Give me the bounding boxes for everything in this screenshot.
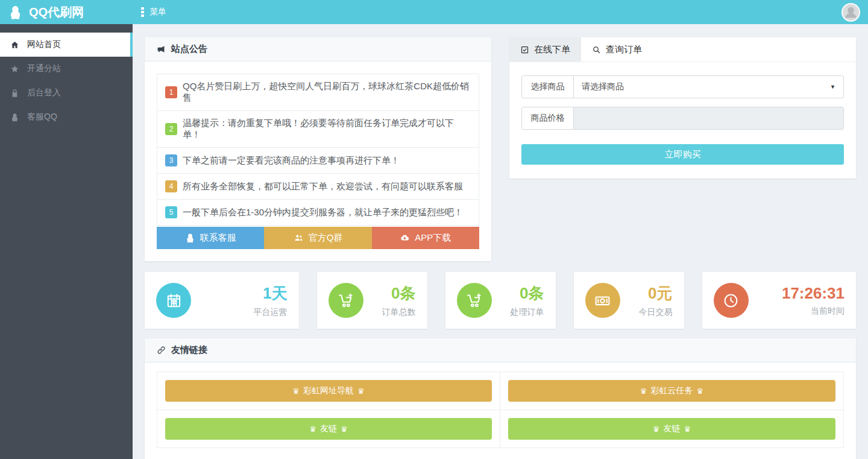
sidebar-item-support-qq[interactable]: 客服QQ xyxy=(0,105,133,129)
notice-item: 5 一般下单后会在1-30分钟内提交到服务器，就让单子来的更猛烈些吧！ xyxy=(157,200,479,225)
stat-value: 0条 xyxy=(382,283,416,304)
notice-item: 2 温馨提示：请勿重复下单哦！必须要等待前面任务订单完成才可以下单！ xyxy=(157,111,479,148)
users-icon xyxy=(294,233,304,243)
price-input[interactable] xyxy=(574,107,843,129)
price-label: 商品价格 xyxy=(522,107,574,129)
link-icon xyxy=(157,346,166,355)
qq-icon xyxy=(185,233,195,243)
user-silhouette-icon xyxy=(843,4,859,21)
order-tabs: 在线下单 查询订单 xyxy=(509,37,856,62)
sidebar-item-home[interactable]: 网站首页 xyxy=(0,33,133,57)
link-cell: 友链 xyxy=(157,410,500,448)
stat-value: 0条 xyxy=(511,283,544,304)
main-content: 站点公告 1 QQ名片赞日刷上万，超快空间人气日刷百万，球球冰红茶CDK超低价销… xyxy=(133,24,868,459)
menu-button[interactable]: 菜单 xyxy=(133,0,166,24)
notice-list: 1 QQ名片赞日刷上万，超快空间人气日刷百万，球球冰红茶CDK超低价销售 2 温… xyxy=(157,74,479,226)
stat-label: 当前时间 xyxy=(782,306,844,317)
stat-label: 今日交易 xyxy=(639,307,673,318)
app-download-button[interactable]: APP下载 xyxy=(372,227,479,249)
link-button-rainbow-nav[interactable]: 彩虹网址导航 xyxy=(165,380,492,402)
crown-icon xyxy=(684,424,691,434)
check-square-icon xyxy=(520,45,529,54)
notice-badge: 4 xyxy=(165,180,177,192)
link-button-rainbow-cloud-task[interactable]: 彩虹云任务 xyxy=(508,380,835,402)
friend-links-title: 友情链接 xyxy=(171,344,207,356)
clock-icon xyxy=(722,292,740,309)
price-group: 商品价格 xyxy=(521,107,844,130)
sidebar-item-substation[interactable]: 开通分站 xyxy=(0,57,133,81)
sidebar: 网站首页 开通分站 后台登入 客服QQ xyxy=(0,24,133,459)
notice-text: 一般下单后会在1-30分钟内提交到服务器，就让单子来的更猛烈些吧！ xyxy=(183,207,463,218)
search-icon xyxy=(592,45,601,54)
stat-card-total-orders: 0条 订单总数 xyxy=(317,272,427,329)
product-select-label: 选择商品 xyxy=(522,76,574,98)
link-cell: 彩虹网址导航 xyxy=(157,372,500,410)
announcement-actions: 联系客服 官方Q群 APP下载 xyxy=(157,227,479,249)
sidebar-item-label: 客服QQ xyxy=(27,112,57,122)
friend-links-header: 友情链接 xyxy=(145,338,856,362)
crown-icon xyxy=(640,386,647,396)
menu-icon xyxy=(141,7,144,17)
button-label: APP下载 xyxy=(415,232,451,244)
contact-support-button[interactable]: 联系客服 xyxy=(157,227,264,249)
notice-text: 所有业务全部恢复，都可以正常下单，欢迎尝试，有问题可以联系客服 xyxy=(183,181,463,192)
notice-badge: 1 xyxy=(165,86,177,98)
crown-icon xyxy=(697,386,704,396)
notice-badge: 2 xyxy=(165,123,177,135)
stat-card-processing-orders: 0条 处理订单 xyxy=(445,272,556,329)
avatar[interactable] xyxy=(841,3,860,22)
cart-plus-icon xyxy=(337,292,354,309)
button-label: 联系客服 xyxy=(200,232,236,244)
product-select-value: 请选择商品 xyxy=(582,81,624,92)
sidebar-item-label: 开通分站 xyxy=(27,63,61,74)
stat-card-today-trades: 0元 今日交易 xyxy=(574,272,684,329)
tab-query-order[interactable]: 查询订单 xyxy=(581,37,653,62)
stat-card-current-time: 17:26:31 当前时间 xyxy=(702,272,857,329)
star-icon xyxy=(10,65,19,74)
notice-item: 3 下单之前请一定要看完该商品的注意事项再进行下单！ xyxy=(157,148,479,174)
announcement-panel: 站点公告 1 QQ名片赞日刷上万，超快空间人气日刷百万，球球冰红茶CDK超低价销… xyxy=(145,37,491,261)
home-icon xyxy=(10,40,19,49)
notice-badge: 5 xyxy=(165,206,177,218)
sidebar-item-admin-login[interactable]: 后台登入 xyxy=(0,81,133,105)
friend-links-panel: 友情链接 彩虹网址导航 彩虹云任务 xyxy=(145,338,856,459)
link-cell: 友链 xyxy=(500,410,843,448)
notice-item: 1 QQ名片赞日刷上万，超快空间人气日刷百万，球球冰红茶CDK超低价销售 xyxy=(157,74,479,111)
crown-icon xyxy=(357,386,365,396)
link-label: 友链 xyxy=(320,423,337,434)
crown-icon xyxy=(292,386,300,396)
stat-label: 订单总数 xyxy=(382,307,416,318)
buy-now-button[interactable]: 立即购买 xyxy=(521,144,844,165)
notice-badge: 3 xyxy=(165,154,177,166)
lock-icon xyxy=(10,89,19,98)
bullhorn-icon xyxy=(157,45,166,54)
link-cell: 彩虹云任务 xyxy=(500,372,843,410)
link-button-friend-left[interactable]: 友链 xyxy=(165,418,492,440)
cart-plus-icon xyxy=(465,292,483,309)
stats-row: 1天 平台运营 0条 订单总数 0条 处理订单 xyxy=(145,272,856,329)
links-grid: 彩虹网址导航 彩虹云任务 友链 xyxy=(157,372,844,448)
caret-down-icon: ▼ xyxy=(830,84,835,90)
link-label: 友链 xyxy=(664,423,681,434)
product-select[interactable]: 请选择商品 ▼ xyxy=(574,76,843,98)
menu-label: 菜单 xyxy=(149,7,166,17)
official-qq-group-button[interactable]: 官方Q群 xyxy=(264,227,371,249)
brand-title: QQ代刷网 xyxy=(29,4,84,21)
crown-icon xyxy=(653,424,660,434)
stat-value: 0元 xyxy=(639,283,673,304)
link-label: 彩虹网址导航 xyxy=(303,385,354,396)
notice-text: 温馨提示：请勿重复下单哦！必须要等待前面任务订单完成才可以下单！ xyxy=(183,118,471,141)
announcement-header: 站点公告 xyxy=(145,37,491,62)
tab-label: 查询订单 xyxy=(606,44,642,55)
money-icon xyxy=(594,292,611,309)
stat-card-platform-days: 1天 平台运营 xyxy=(145,272,299,329)
order-panel: 在线下单 查询订单 选择商品 请选择商品 ▼ 商品价格 xyxy=(509,37,856,179)
brand[interactable]: QQ代刷网 xyxy=(0,4,133,21)
link-button-friend-right[interactable]: 友链 xyxy=(508,418,835,440)
crown-icon xyxy=(341,424,348,434)
link-label: 彩虹云任务 xyxy=(651,385,693,396)
cloud-download-icon xyxy=(400,233,410,243)
stat-label: 平台运营 xyxy=(254,307,288,318)
tab-online-order[interactable]: 在线下单 xyxy=(509,37,581,62)
stat-label: 处理订单 xyxy=(511,307,544,318)
